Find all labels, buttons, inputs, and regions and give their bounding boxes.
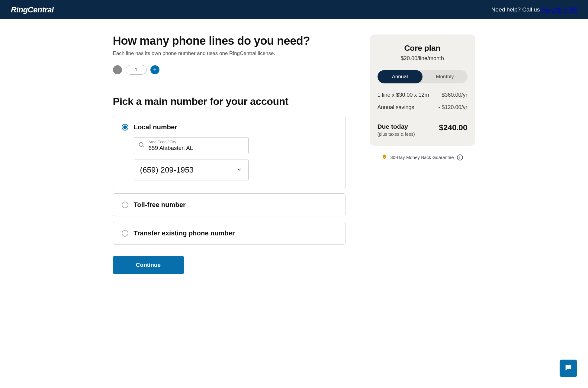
plan-price: $20.00/line/month xyxy=(378,55,468,62)
decrement-button[interactable]: - xyxy=(113,65,122,74)
option-local-label: Local number xyxy=(134,123,177,131)
radio-transfer[interactable] xyxy=(122,230,128,237)
plan-summary-card: Core plan $20.00/line/month Annual Month… xyxy=(370,34,475,146)
app-header: RingCentral Need help? Call us 844-290-6… xyxy=(0,0,588,19)
brand-logo: RingCentral xyxy=(11,5,54,15)
summary-divider xyxy=(378,117,468,117)
line-item-savings: Annual savings - $120.00/yr xyxy=(378,104,468,111)
info-icon[interactable]: i xyxy=(457,154,463,160)
area-code-search[interactable]: Area Code / City 659 Alabaster, AL xyxy=(134,137,249,154)
due-amount: $240.00 xyxy=(439,123,468,132)
lines-subtitle: Each line has its own phone number and u… xyxy=(113,50,345,57)
help-prefix: Need help? Call us xyxy=(491,6,541,13)
radio-toll-free[interactable] xyxy=(122,202,128,208)
svg-point-0 xyxy=(139,143,143,147)
due-label: Due today xyxy=(378,123,415,130)
phone-number-select[interactable]: (659) 209-1953 xyxy=(134,160,249,180)
line-item-desc: 1 line x $30.00 x 12m xyxy=(378,92,429,98)
guarantee-text: 30-Day Money Back Guarantee xyxy=(390,155,454,160)
phone-number-value: (659) 209-1953 xyxy=(140,165,194,175)
chevron-down-icon xyxy=(236,167,242,174)
area-code-value: 659 Alabaster, AL xyxy=(149,145,244,151)
help-phone-link[interactable]: 844-290-6785 xyxy=(541,6,577,13)
toggle-monthly[interactable]: Monthly xyxy=(423,70,468,83)
option-transfer[interactable]: Transfer existing phone number xyxy=(113,222,345,245)
due-today-row: Due today (plus taxes & fees) $240.00 xyxy=(378,123,468,137)
billing-toggle: Annual Monthly xyxy=(378,70,468,83)
option-toll-free[interactable]: Toll-free number xyxy=(113,193,345,216)
section-divider xyxy=(113,85,345,85)
option-local-number[interactable]: Local number Area Code / City 659 Alabas… xyxy=(113,116,345,188)
due-sub: (plus taxes & fees) xyxy=(378,131,415,137)
area-code-float-label: Area Code / City xyxy=(149,140,244,144)
savings-amount: - $120.00/yr xyxy=(438,104,467,111)
svg-line-1 xyxy=(142,146,144,148)
lines-title: How many phone lines do you need? xyxy=(113,34,345,47)
increment-button[interactable]: + xyxy=(150,65,159,74)
line-item-amount: $360.00/yr xyxy=(442,92,467,98)
quantity-stepper: - + xyxy=(113,65,345,75)
line-item-subtotal: 1 line x $30.00 x 12m $360.00/yr xyxy=(378,92,468,98)
option-transfer-label: Transfer existing phone number xyxy=(134,229,235,237)
toggle-annual[interactable]: Annual xyxy=(378,70,423,83)
radio-local-number[interactable] xyxy=(122,124,128,131)
shield-check-icon xyxy=(382,154,387,160)
savings-desc: Annual savings xyxy=(378,104,414,111)
plan-name: Core plan xyxy=(378,44,468,53)
brand-text: RingCentral xyxy=(11,5,54,15)
guarantee-row: 30-Day Money Back Guarantee i xyxy=(370,154,475,160)
search-icon xyxy=(138,142,145,150)
help-text: Need help? Call us 844-290-6785 xyxy=(491,6,577,13)
number-section-title: Pick a main number for your account xyxy=(113,95,345,107)
quantity-input[interactable] xyxy=(126,65,147,75)
continue-button[interactable]: Continue xyxy=(113,256,184,274)
option-toll-free-label: Toll-free number xyxy=(134,201,186,209)
